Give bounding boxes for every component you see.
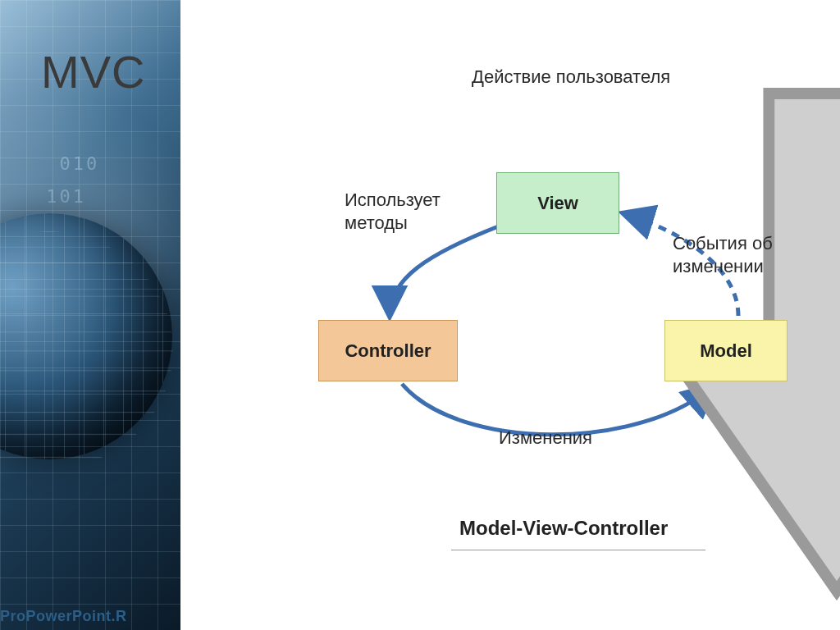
edge-label-changes: Изменения <box>499 427 592 450</box>
slide: 010 101 001 00 0 MVC <box>0 0 840 630</box>
node-model: Model <box>664 320 788 381</box>
edge-label-uses-methods: Использует методы <box>345 189 441 234</box>
edge-label-change-events: События об изменении <box>673 232 773 277</box>
slide-title: MVC <box>41 45 145 98</box>
node-controller: Controller <box>318 320 458 381</box>
mvc-diagram: Действие пользователя Использует методы … <box>213 66 820 574</box>
globe-decoration <box>0 213 172 459</box>
diagram-caption: Model-View-Controller <box>459 517 668 540</box>
watermark: ProPowerPoint.R <box>0 608 127 625</box>
node-view: View <box>496 172 619 234</box>
user-action-arrow-icon <box>533 94 582 167</box>
node-controller-label: Controller <box>345 340 431 362</box>
caption-underline <box>451 550 705 550</box>
node-view-label: View <box>537 193 578 214</box>
binary-digits-decoration: 010 101 001 00 0 <box>33 148 99 312</box>
edge-view-to-controller <box>390 226 500 316</box>
user-action-label: Действие пользователя <box>472 66 670 89</box>
node-model-label: Model <box>700 340 752 362</box>
